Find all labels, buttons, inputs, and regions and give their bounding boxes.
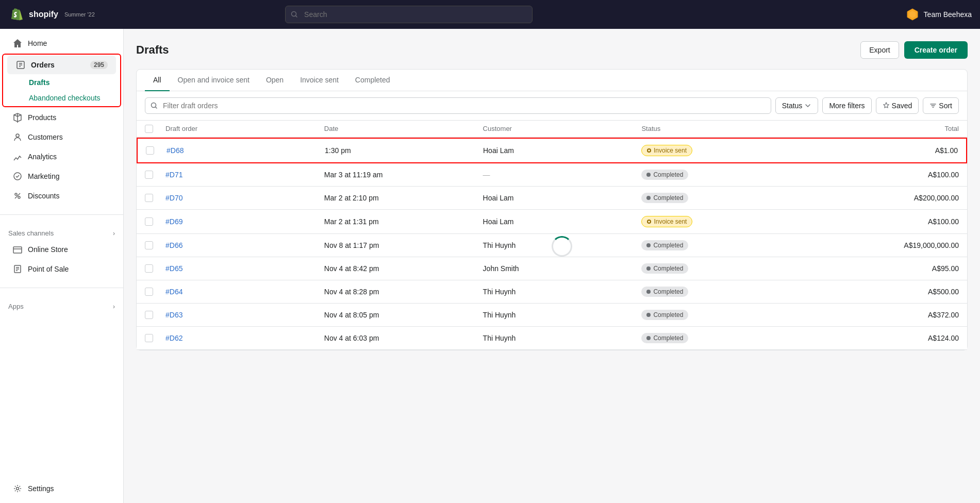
status-badge: Completed	[641, 193, 688, 203]
order-link[interactable]: #D64	[165, 288, 182, 296]
order-link[interactable]: #D62	[165, 334, 182, 342]
team-area: Team Beehexa	[905, 7, 972, 22]
search-bar	[285, 6, 533, 23]
table-body: #D68 1:30 pm Hoai Lam Invoice sent A$1.0…	[137, 138, 967, 350]
row-checkbox-cell[interactable]	[145, 217, 165, 226]
row-checkbox-cell[interactable]	[145, 241, 165, 249]
row-checkbox-cell[interactable]	[145, 311, 165, 319]
order-link[interactable]: #D69	[165, 217, 182, 226]
sales-channels-title[interactable]: Sales channels ›	[0, 223, 123, 239]
status-dot	[646, 196, 651, 200]
products-icon	[12, 112, 23, 123]
row-date: Mar 2 at 2:10 pm	[324, 194, 483, 202]
row-checkbox[interactable]	[145, 264, 153, 273]
row-checkbox[interactable]	[145, 217, 153, 226]
row-checkbox-cell[interactable]	[145, 194, 165, 202]
sidebar-item-settings[interactable]: Settings	[4, 479, 119, 498]
sidebar-item-analytics[interactable]: Analytics	[4, 147, 119, 166]
row-order-id: #D62	[165, 334, 324, 342]
apps-title[interactable]: Apps ›	[0, 296, 123, 312]
settings-icon	[12, 483, 23, 494]
table-row[interactable]: #D69 Mar 2 at 1:31 pm Hoai Lam Invoice s…	[137, 210, 967, 234]
status-badge: Completed	[641, 310, 688, 320]
row-checkbox-cell[interactable]	[146, 146, 167, 155]
sidebar-item-drafts[interactable]: Drafts	[7, 75, 116, 90]
order-link[interactable]: #D70	[165, 194, 182, 202]
row-checkbox[interactable]	[145, 288, 153, 296]
drafts-card: All Open and invoice sent Open Invoice s…	[136, 69, 968, 350]
row-checkbox-cell[interactable]	[145, 288, 165, 296]
more-filters-button[interactable]: More filters	[822, 97, 871, 114]
row-checkbox[interactable]	[145, 334, 153, 342]
tab-all[interactable]: All	[145, 70, 170, 91]
sidebar-online-store-label: Online Store	[28, 245, 68, 254]
status-dot	[647, 148, 651, 153]
order-link[interactable]: #D65	[165, 264, 182, 273]
row-customer: John Smith	[483, 264, 642, 273]
row-checkbox[interactable]	[146, 146, 154, 155]
orders-section-highlight: Orders 295 Drafts Abandoned checkouts	[2, 54, 121, 107]
filter-draft-orders-input[interactable]	[145, 97, 771, 114]
table-row[interactable]: #D66 Nov 8 at 1:17 pm Thi Huynh @keyfram…	[137, 234, 967, 257]
table-row[interactable]: #D64 Nov 4 at 8:28 pm Thi Huynh Complete…	[137, 280, 967, 304]
sidebar-marketing-label: Marketing	[28, 172, 59, 180]
sidebar-discounts-label: Discounts	[28, 192, 59, 200]
sidebar-item-home[interactable]: Home	[4, 34, 119, 53]
checkbox-header[interactable]	[145, 125, 165, 133]
sidebar-item-pos[interactable]: Point of Sale	[4, 260, 119, 278]
customers-icon	[12, 132, 23, 142]
row-checkbox[interactable]	[145, 241, 153, 249]
tab-open[interactable]: Open	[258, 70, 292, 91]
header-actions: Export Create order	[860, 41, 968, 59]
row-customer: Thi Huynh	[483, 334, 642, 342]
create-order-button[interactable]: Create order	[904, 41, 968, 59]
row-total: A$19,000,000.00	[800, 241, 959, 249]
tab-completed[interactable]: Completed	[347, 70, 398, 91]
table-row[interactable]: #D68 1:30 pm Hoai Lam Invoice sent A$1.0…	[137, 138, 967, 163]
order-link[interactable]: #D68	[167, 146, 184, 155]
sidebar-home-label: Home	[28, 39, 47, 47]
row-checkbox-cell[interactable]	[145, 264, 165, 273]
global-search-input[interactable]	[285, 6, 533, 23]
sidebar-item-marketing[interactable]: Marketing	[4, 167, 119, 186]
sort-button[interactable]: Sort	[923, 97, 959, 114]
status-dot	[646, 313, 651, 317]
row-status: Completed	[641, 240, 800, 250]
export-button[interactable]: Export	[860, 41, 899, 59]
row-checkbox-cell[interactable]	[145, 171, 165, 179]
status-filter-button[interactable]: Status	[775, 97, 819, 114]
row-checkbox[interactable]	[145, 171, 153, 179]
row-checkbox-cell[interactable]	[145, 334, 165, 342]
row-status: Completed	[641, 333, 800, 343]
sidebar-item-orders[interactable]: Orders 295	[7, 56, 116, 74]
tab-invoice-sent[interactable]: Invoice sent	[292, 70, 347, 91]
table-row[interactable]: #D65 Nov 4 at 8:42 pm John Smith Complet…	[137, 257, 967, 280]
analytics-icon	[12, 152, 23, 162]
tab-open-invoice-sent[interactable]: Open and invoice sent	[170, 70, 258, 91]
table-row[interactable]: #D71 Mar 3 at 11:19 am — Completed A$100…	[137, 163, 967, 187]
order-link[interactable]: #D66	[165, 241, 182, 249]
row-date: Nov 4 at 8:42 pm	[324, 264, 483, 273]
home-icon	[12, 38, 23, 48]
logo-text: shopify	[29, 10, 58, 19]
sidebar-item-customers[interactable]: Customers	[4, 128, 119, 146]
table-row[interactable]: #D70 Mar 2 at 2:10 pm Hoai Lam Completed…	[137, 187, 967, 210]
sidebar-item-online-store[interactable]: Online Store	[4, 240, 119, 259]
svg-point-5	[18, 196, 20, 198]
saved-button[interactable]: Saved	[876, 97, 919, 114]
sidebar-item-discounts[interactable]: Discounts	[4, 187, 119, 205]
sidebar-item-abandoned[interactable]: Abandoned checkouts	[7, 91, 116, 105]
row-total: A$95.00	[800, 264, 959, 273]
table-row[interactable]: #D62 Nov 4 at 6:03 pm Thi Huynh Complete…	[137, 327, 967, 350]
sidebar-item-products[interactable]: Products	[4, 108, 119, 127]
row-checkbox[interactable]	[145, 311, 153, 319]
row-checkbox[interactable]	[145, 194, 153, 202]
customer-cell: Thi Huynh	[483, 334, 516, 342]
order-link[interactable]: #D63	[165, 311, 182, 319]
order-link[interactable]: #D71	[165, 171, 182, 179]
marketing-icon	[12, 171, 23, 181]
customer-cell: Hoai Lam	[483, 146, 514, 155]
status-badge: Completed	[641, 170, 688, 180]
table-row[interactable]: #D63 Nov 4 at 8:05 pm Thi Huynh Complete…	[137, 304, 967, 327]
select-all-checkbox[interactable]	[145, 125, 153, 133]
